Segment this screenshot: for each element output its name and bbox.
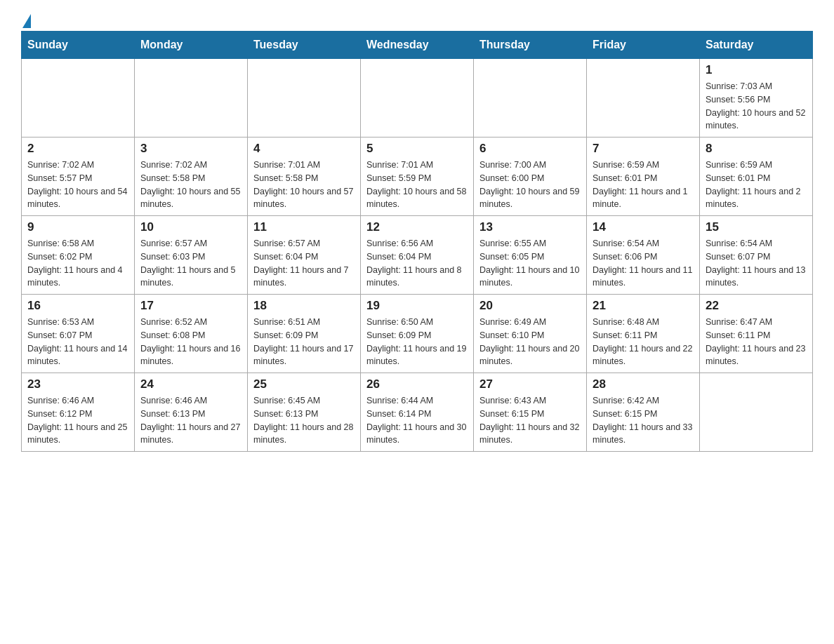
calendar-cell: 14Sunrise: 6:54 AMSunset: 6:06 PMDayligh… xyxy=(587,216,700,295)
day-info: Sunrise: 6:43 AMSunset: 6:15 PMDaylight:… xyxy=(479,394,581,447)
day-number: 14 xyxy=(593,220,694,234)
col-header-monday: Monday xyxy=(135,32,248,59)
col-header-thursday: Thursday xyxy=(474,32,587,59)
day-info: Sunrise: 6:52 AMSunset: 6:08 PMDaylight:… xyxy=(140,316,241,368)
day-number: 19 xyxy=(366,299,468,313)
calendar-cell xyxy=(135,59,248,137)
week-row-4: 16Sunrise: 6:53 AMSunset: 6:07 PMDayligh… xyxy=(22,295,813,373)
day-info: Sunrise: 6:59 AMSunset: 6:01 PMDaylight:… xyxy=(593,159,694,211)
calendar-header-row: SundayMondayTuesdayWednesdayThursdayFrid… xyxy=(22,32,813,59)
calendar-cell xyxy=(248,59,361,137)
calendar-cell: 1Sunrise: 7:03 AMSunset: 5:56 PMDaylight… xyxy=(700,59,813,137)
calendar-cell: 3Sunrise: 7:02 AMSunset: 5:58 PMDaylight… xyxy=(135,137,248,216)
day-info: Sunrise: 6:56 AMSunset: 6:04 PMDaylight:… xyxy=(366,237,468,290)
day-number: 12 xyxy=(366,220,468,234)
col-header-saturday: Saturday xyxy=(700,32,813,59)
calendar-cell: 22Sunrise: 6:47 AMSunset: 6:11 PMDayligh… xyxy=(700,295,813,373)
calendar-cell: 25Sunrise: 6:45 AMSunset: 6:13 PMDayligh… xyxy=(248,373,361,452)
col-header-sunday: Sunday xyxy=(22,32,135,59)
col-header-wednesday: Wednesday xyxy=(361,32,474,59)
day-number: 18 xyxy=(253,299,355,313)
week-row-2: 2Sunrise: 7:02 AMSunset: 5:57 PMDaylight… xyxy=(22,137,813,216)
logo xyxy=(21,14,32,24)
calendar-cell: 12Sunrise: 6:56 AMSunset: 6:04 PMDayligh… xyxy=(361,216,474,295)
day-number: 2 xyxy=(27,142,128,156)
day-info: Sunrise: 7:02 AMSunset: 5:58 PMDaylight:… xyxy=(140,159,241,211)
calendar-cell: 18Sunrise: 6:51 AMSunset: 6:09 PMDayligh… xyxy=(248,295,361,373)
day-info: Sunrise: 6:46 AMSunset: 6:12 PMDaylight:… xyxy=(27,394,128,447)
calendar-cell xyxy=(361,59,474,137)
day-number: 27 xyxy=(479,377,581,391)
day-info: Sunrise: 6:48 AMSunset: 6:11 PMDaylight:… xyxy=(593,316,694,368)
calendar-cell: 9Sunrise: 6:58 AMSunset: 6:02 PMDaylight… xyxy=(22,216,135,295)
page-header xyxy=(21,14,813,24)
day-info: Sunrise: 6:45 AMSunset: 6:13 PMDaylight:… xyxy=(253,394,355,447)
calendar-cell: 6Sunrise: 7:00 AMSunset: 6:00 PMDaylight… xyxy=(474,137,587,216)
week-row-3: 9Sunrise: 6:58 AMSunset: 6:02 PMDaylight… xyxy=(22,216,813,295)
day-number: 16 xyxy=(27,299,128,313)
calendar-cell xyxy=(700,373,813,452)
day-number: 9 xyxy=(27,220,128,234)
day-number: 1 xyxy=(706,63,807,77)
day-number: 22 xyxy=(706,299,807,313)
calendar-cell: 24Sunrise: 6:46 AMSunset: 6:13 PMDayligh… xyxy=(135,373,248,452)
calendar-cell: 10Sunrise: 6:57 AMSunset: 6:03 PMDayligh… xyxy=(135,216,248,295)
day-info: Sunrise: 7:03 AMSunset: 5:56 PMDaylight:… xyxy=(706,80,807,133)
calendar-cell: 7Sunrise: 6:59 AMSunset: 6:01 PMDaylight… xyxy=(587,137,700,216)
day-info: Sunrise: 6:55 AMSunset: 6:05 PMDaylight:… xyxy=(479,237,581,290)
day-number: 4 xyxy=(253,142,355,156)
calendar-cell: 2Sunrise: 7:02 AMSunset: 5:57 PMDaylight… xyxy=(22,137,135,216)
week-row-1: 1Sunrise: 7:03 AMSunset: 5:56 PMDaylight… xyxy=(22,59,813,137)
day-info: Sunrise: 6:42 AMSunset: 6:15 PMDaylight:… xyxy=(593,394,694,447)
day-info: Sunrise: 6:50 AMSunset: 6:09 PMDaylight:… xyxy=(366,316,468,368)
day-number: 26 xyxy=(366,377,468,391)
day-info: Sunrise: 6:57 AMSunset: 6:03 PMDaylight:… xyxy=(140,237,241,290)
calendar-cell xyxy=(22,59,135,137)
day-number: 17 xyxy=(140,299,241,313)
day-number: 10 xyxy=(140,220,241,234)
calendar-table: SundayMondayTuesdayWednesdayThursdayFrid… xyxy=(21,31,813,452)
day-info: Sunrise: 6:54 AMSunset: 6:06 PMDaylight:… xyxy=(593,237,694,290)
calendar-cell: 27Sunrise: 6:43 AMSunset: 6:15 PMDayligh… xyxy=(474,373,587,452)
day-number: 8 xyxy=(706,142,807,156)
week-row-5: 23Sunrise: 6:46 AMSunset: 6:12 PMDayligh… xyxy=(22,373,813,452)
col-header-tuesday: Tuesday xyxy=(248,32,361,59)
day-number: 28 xyxy=(593,377,694,391)
logo-triangle-icon xyxy=(22,14,31,28)
day-number: 21 xyxy=(593,299,694,313)
day-info: Sunrise: 6:46 AMSunset: 6:13 PMDaylight:… xyxy=(140,394,241,447)
day-info: Sunrise: 6:57 AMSunset: 6:04 PMDaylight:… xyxy=(253,237,355,290)
day-info: Sunrise: 6:58 AMSunset: 6:02 PMDaylight:… xyxy=(27,237,128,290)
calendar-cell: 21Sunrise: 6:48 AMSunset: 6:11 PMDayligh… xyxy=(587,295,700,373)
day-info: Sunrise: 6:53 AMSunset: 6:07 PMDaylight:… xyxy=(27,316,128,368)
calendar-cell: 19Sunrise: 6:50 AMSunset: 6:09 PMDayligh… xyxy=(361,295,474,373)
calendar-cell: 15Sunrise: 6:54 AMSunset: 6:07 PMDayligh… xyxy=(700,216,813,295)
day-info: Sunrise: 6:54 AMSunset: 6:07 PMDaylight:… xyxy=(706,237,807,290)
day-info: Sunrise: 6:51 AMSunset: 6:09 PMDaylight:… xyxy=(253,316,355,368)
day-info: Sunrise: 6:59 AMSunset: 6:01 PMDaylight:… xyxy=(706,159,807,211)
calendar-cell: 13Sunrise: 6:55 AMSunset: 6:05 PMDayligh… xyxy=(474,216,587,295)
calendar-cell: 20Sunrise: 6:49 AMSunset: 6:10 PMDayligh… xyxy=(474,295,587,373)
col-header-friday: Friday xyxy=(587,32,700,59)
calendar-cell: 26Sunrise: 6:44 AMSunset: 6:14 PMDayligh… xyxy=(361,373,474,452)
day-info: Sunrise: 7:01 AMSunset: 5:59 PMDaylight:… xyxy=(366,159,468,211)
day-number: 25 xyxy=(253,377,355,391)
calendar-cell: 23Sunrise: 6:46 AMSunset: 6:12 PMDayligh… xyxy=(22,373,135,452)
calendar-cell: 17Sunrise: 6:52 AMSunset: 6:08 PMDayligh… xyxy=(135,295,248,373)
day-number: 5 xyxy=(366,142,468,156)
day-info: Sunrise: 7:00 AMSunset: 6:00 PMDaylight:… xyxy=(479,159,581,211)
calendar-cell xyxy=(474,59,587,137)
day-info: Sunrise: 6:47 AMSunset: 6:11 PMDaylight:… xyxy=(706,316,807,368)
calendar-cell: 16Sunrise: 6:53 AMSunset: 6:07 PMDayligh… xyxy=(22,295,135,373)
day-number: 6 xyxy=(479,142,581,156)
day-info: Sunrise: 7:02 AMSunset: 5:57 PMDaylight:… xyxy=(27,159,128,211)
day-number: 24 xyxy=(140,377,241,391)
day-number: 7 xyxy=(593,142,694,156)
day-number: 20 xyxy=(479,299,581,313)
day-number: 23 xyxy=(27,377,128,391)
calendar-cell: 28Sunrise: 6:42 AMSunset: 6:15 PMDayligh… xyxy=(587,373,700,452)
calendar-cell: 4Sunrise: 7:01 AMSunset: 5:58 PMDaylight… xyxy=(248,137,361,216)
day-info: Sunrise: 6:49 AMSunset: 6:10 PMDaylight:… xyxy=(479,316,581,368)
calendar-cell: 5Sunrise: 7:01 AMSunset: 5:59 PMDaylight… xyxy=(361,137,474,216)
day-number: 13 xyxy=(479,220,581,234)
